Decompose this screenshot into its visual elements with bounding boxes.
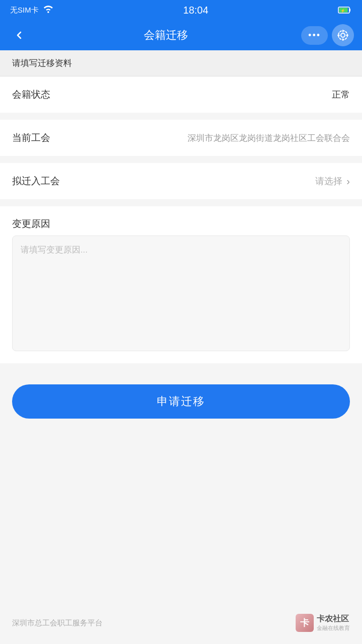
- form-card-union: 当前工会 深圳市龙岗区龙岗街道龙岗社区工会联合会: [0, 120, 362, 156]
- footer-logo: 卡 卡农社区 金融在线教育: [296, 614, 350, 632]
- label-union: 当前工会: [12, 131, 50, 144]
- section-header: 请填写迁移资料: [0, 50, 362, 76]
- page-title: 会籍迁移: [144, 28, 188, 43]
- reason-textarea-wrap: [0, 235, 362, 363]
- gap-1: [0, 114, 362, 120]
- wifi-icon: [43, 5, 54, 15]
- svg-point-4: [341, 33, 345, 37]
- reason-label-row: 变更原因: [0, 206, 362, 235]
- submit-area: 申请迁移: [0, 369, 362, 429]
- logo-sub: 金融在线教育: [317, 624, 350, 632]
- status-right: ⚡: [338, 6, 352, 14]
- sim-text: 无SIM卡: [10, 6, 39, 15]
- form-card-target-union: 拟迁入工会 请选择 ›: [0, 163, 362, 199]
- status-bar: 无SIM卡 18:04 ⚡: [0, 0, 362, 20]
- label-target-union: 拟迁入工会: [12, 175, 60, 188]
- more-button[interactable]: •••: [301, 26, 328, 45]
- nav-bar: 会籍迁移 •••: [0, 20, 362, 50]
- reason-section: 变更原因: [0, 206, 362, 363]
- chevron-right-icon: ›: [346, 176, 350, 187]
- footer-text: 深圳市总工会职工服务平台: [12, 618, 103, 628]
- back-button[interactable]: [8, 24, 30, 46]
- footer: 深圳市总工会职工服务平台 卡 卡农社区 金融在线教育: [0, 604, 362, 644]
- logo-text: 卡农社区 金融在线教育: [317, 614, 350, 632]
- value-target-union: 请选择: [315, 175, 342, 187]
- form-row-status: 会籍状态 正常: [0, 76, 362, 113]
- form-row-target[interactable]: 拟迁入工会 请选择 ›: [0, 163, 362, 199]
- reason-textarea[interactable]: [12, 235, 350, 351]
- status-time: 18:04: [183, 5, 208, 16]
- submit-button[interactable]: 申请迁移: [12, 384, 350, 419]
- gap-2: [0, 157, 362, 163]
- logo-icon: 卡: [296, 614, 314, 632]
- content: 请填写迁移资料 会籍状态 正常 当前工会 深圳市龙岗区龙岗街道龙岗社区工会联合会…: [0, 50, 362, 644]
- gap-3: [0, 200, 362, 206]
- value-union: 深圳市龙岗区龙岗街道龙岗社区工会联合会: [58, 132, 350, 144]
- form-card-status: 会籍状态 正常: [0, 76, 362, 113]
- logo-main: 卡农社区: [317, 614, 349, 624]
- battery-icon: ⚡: [338, 6, 352, 14]
- svg-point-0: [47, 11, 49, 13]
- label-status: 会籍状态: [12, 88, 50, 101]
- scan-button[interactable]: [332, 24, 354, 46]
- more-dots: •••: [308, 30, 321, 41]
- nav-actions: •••: [301, 24, 354, 46]
- form-row-union: 当前工会 深圳市龙岗区龙岗街道龙岗社区工会联合会: [0, 120, 362, 156]
- status-left: 无SIM卡: [10, 5, 54, 15]
- reason-label: 变更原因: [12, 218, 50, 229]
- svg-text:⚡: ⚡: [340, 8, 345, 13]
- target-union-selector[interactable]: 请选择 ›: [307, 175, 350, 187]
- value-status: 正常: [58, 89, 350, 101]
